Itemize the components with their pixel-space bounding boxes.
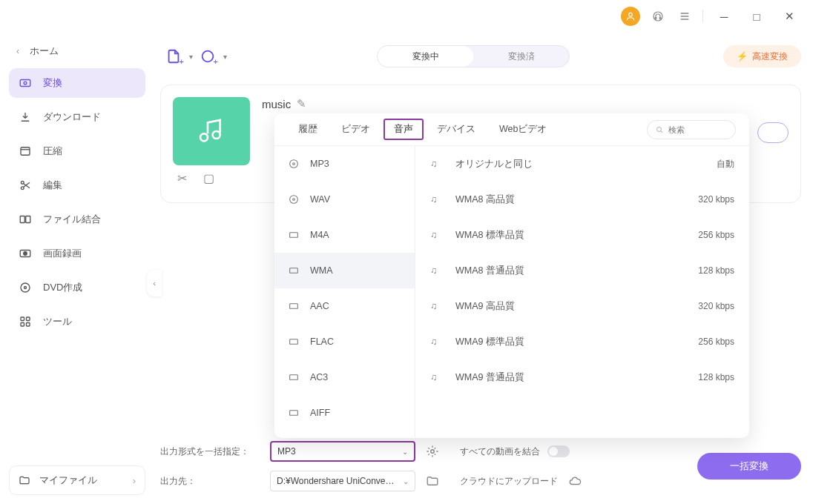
svg-rect-27 bbox=[290, 339, 298, 345]
disc-icon bbox=[286, 156, 301, 171]
caret-down-icon: ▾ bbox=[189, 53, 193, 61]
svg-rect-13 bbox=[21, 317, 24, 321]
sidebar-item-tools[interactable]: ツール bbox=[9, 307, 145, 336]
music-icon: ♫ bbox=[430, 265, 445, 276]
quality-row[interactable]: ♫WMA8 標準品質256 kbps bbox=[415, 217, 749, 253]
svg-point-21 bbox=[293, 163, 295, 165]
sidebar-home-label: ホーム bbox=[30, 44, 59, 58]
sidebar-item-label: ツール bbox=[43, 315, 72, 328]
sidebar-item-download[interactable]: ダウンロード bbox=[9, 102, 145, 132]
panel-tab-web[interactable]: Webビデオ bbox=[489, 119, 557, 140]
sidebar-item-edit[interactable]: 編集 bbox=[9, 170, 145, 200]
panel-search[interactable] bbox=[647, 120, 736, 139]
bottom-bar: 出力形式を一括指定： MP3 ⌄ すべての動画を結合 一括変換 出力先： D:¥… bbox=[160, 433, 801, 492]
tab-converted[interactable]: 変換済 bbox=[473, 46, 569, 67]
quality-row[interactable]: ♫WMA8 普通品質128 kbps bbox=[415, 253, 749, 288]
folder-icon bbox=[19, 474, 30, 486]
close-button[interactable]: ✕ bbox=[777, 7, 801, 25]
format-m4a[interactable]: M4A bbox=[274, 217, 415, 253]
sidebar-item-label: 変換 bbox=[43, 76, 62, 90]
output-format-pill[interactable] bbox=[757, 122, 789, 143]
download-icon bbox=[18, 110, 33, 125]
grid-icon bbox=[18, 314, 33, 329]
back-chevron-icon: ‹ bbox=[16, 46, 19, 56]
quality-row[interactable]: ♫WMA9 普通品質128 kbps bbox=[415, 359, 749, 395]
format-ac3[interactable]: AC3 bbox=[274, 359, 415, 395]
merge-videos-row: すべての動画を結合 bbox=[460, 445, 608, 458]
svg-point-12 bbox=[24, 287, 27, 289]
crop-icon[interactable]: ▢ bbox=[200, 171, 217, 185]
edit-icon[interactable]: ✎ bbox=[297, 97, 306, 110]
convert-all-button[interactable]: 一括変換 bbox=[697, 453, 801, 480]
conversion-tabs: 変換中 変換済 bbox=[377, 45, 570, 67]
add-file-button[interactable]: + ▾ bbox=[160, 45, 187, 67]
caret-down-icon: ▾ bbox=[223, 53, 227, 61]
sidebar-item-label: ファイル結合 bbox=[43, 213, 101, 226]
quality-row[interactable]: ♫WMA8 高品質320 kbps bbox=[415, 182, 749, 217]
tag-icon bbox=[286, 263, 301, 278]
open-folder-icon[interactable] bbox=[423, 471, 442, 491]
format-wma[interactable]: WMA bbox=[274, 253, 415, 288]
svg-point-18 bbox=[431, 450, 435, 454]
media-thumbnail bbox=[173, 97, 250, 165]
fast-convert-button[interactable]: ⚡ 高速変換 bbox=[723, 45, 801, 67]
menu-icon[interactable] bbox=[676, 7, 694, 25]
quality-row[interactable]: ♫WMA9 標準品質256 kbps bbox=[415, 324, 749, 359]
svg-rect-28 bbox=[290, 375, 298, 380]
avatar[interactable] bbox=[621, 7, 640, 26]
panel-tab-device[interactable]: デバイス bbox=[427, 119, 486, 140]
svg-point-23 bbox=[293, 199, 295, 201]
svg-rect-24 bbox=[290, 233, 298, 238]
cloud-icon[interactable] bbox=[565, 471, 585, 491]
svg-rect-25 bbox=[290, 268, 298, 273]
quality-row[interactable]: ♫WMA9 高品質320 kbps bbox=[415, 288, 749, 324]
minimize-button[interactable]: ─ bbox=[712, 7, 736, 25]
panel-tab-audio[interactable]: 音声 bbox=[384, 119, 424, 140]
topbar: + ▾ + ▾ 変換中 変換済 ⚡ 高速変換 bbox=[160, 36, 801, 77]
panel-search-input[interactable] bbox=[668, 125, 725, 134]
format-wav[interactable]: WAV bbox=[274, 182, 415, 217]
format-aiff[interactable]: AIFF bbox=[274, 395, 415, 431]
tab-converting[interactable]: 変換中 bbox=[378, 46, 473, 67]
tag-icon bbox=[286, 299, 301, 314]
scissors-icon bbox=[18, 178, 33, 193]
search-icon bbox=[655, 125, 664, 134]
sidebar-item-record[interactable]: 画面録画 bbox=[9, 239, 145, 268]
chevron-right-icon: › bbox=[133, 475, 136, 486]
sidebar-home[interactable]: ‹ ホーム bbox=[9, 39, 145, 64]
output-format-select[interactable]: MP3 ⌄ bbox=[270, 441, 415, 462]
format-aac[interactable]: AAC bbox=[274, 288, 415, 324]
record-icon bbox=[18, 246, 33, 261]
output-folder-label: 出力先： bbox=[160, 475, 263, 488]
quality-row[interactable]: ♫オリジナルと同じ自動 bbox=[415, 146, 749, 182]
sidebar-item-compress[interactable]: 圧縮 bbox=[9, 136, 145, 166]
sidebar-collapse[interactable]: ‹ bbox=[147, 270, 162, 296]
sidebar-item-merge[interactable]: ファイル結合 bbox=[9, 205, 145, 234]
format-mp3[interactable]: MP3 bbox=[274, 146, 415, 182]
trim-icon[interactable]: ✂ bbox=[173, 171, 191, 185]
settings-icon[interactable] bbox=[423, 442, 442, 461]
cloud-label: クラウドにアップロード bbox=[460, 475, 558, 488]
output-folder-select[interactable]: D:¥Wondershare UniConverter ⌄ bbox=[270, 471, 415, 491]
compress-icon bbox=[18, 144, 33, 159]
svg-point-5 bbox=[21, 181, 24, 184]
sidebar-item-convert[interactable]: 変換 bbox=[9, 68, 145, 98]
format-flac[interactable]: FLAC bbox=[274, 324, 415, 359]
add-url-button[interactable]: + ▾ bbox=[194, 45, 221, 67]
maximize-button[interactable]: □ bbox=[745, 7, 768, 25]
output-format-label: 出力形式を一括指定： bbox=[160, 445, 263, 458]
merge-toggle[interactable] bbox=[547, 445, 570, 457]
disc-icon bbox=[286, 192, 301, 207]
quality-list: ♫オリジナルと同じ自動 ♫WMA8 高品質320 kbps ♫WMA8 標準品質… bbox=[415, 146, 749, 438]
tag-icon bbox=[286, 228, 301, 242]
support-icon[interactable] bbox=[649, 7, 667, 25]
panel-tab-video[interactable]: ビデオ bbox=[331, 119, 381, 140]
svg-rect-4 bbox=[21, 147, 30, 156]
sidebar-item-dvd[interactable]: DVD作成 bbox=[9, 273, 145, 302]
music-icon: ♫ bbox=[430, 336, 445, 347]
music-icon: ♫ bbox=[430, 159, 445, 169]
sidebar-myfile[interactable]: マイファイル › bbox=[9, 465, 145, 495]
sidebar-item-label: DVD作成 bbox=[43, 281, 82, 294]
panel-tab-history[interactable]: 履歴 bbox=[288, 119, 328, 140]
svg-rect-29 bbox=[290, 411, 298, 416]
